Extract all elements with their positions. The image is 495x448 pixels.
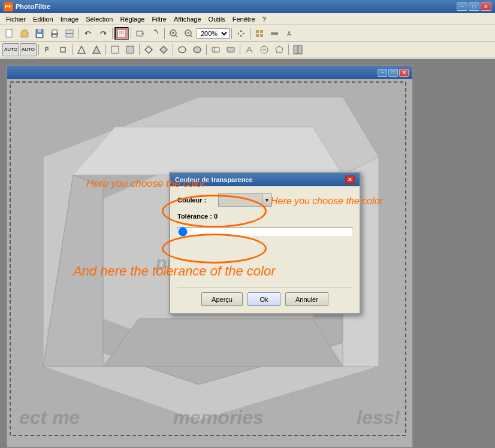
color-selector[interactable]: ▼ xyxy=(218,193,272,207)
svg-point-45 xyxy=(194,47,201,53)
menu-edition[interactable]: Edition xyxy=(29,14,57,24)
tool-b1[interactable] xyxy=(41,43,55,56)
menu-filtre[interactable]: Filtre xyxy=(148,14,170,24)
sep13 xyxy=(240,44,240,55)
dialog-title-bar: Couleur de transparence ✕ xyxy=(170,173,360,186)
tolerance-label: Tolérance : 0 xyxy=(177,213,352,220)
dialog-close-button[interactable]: ✕ xyxy=(345,175,355,184)
app-icon: PF xyxy=(4,2,13,11)
dialog-empty-area: Here you choose the color xyxy=(177,234,352,282)
svg-marker-43 xyxy=(160,46,167,53)
inner-title-bar: ─ □ ✕ xyxy=(7,66,412,79)
save-button[interactable] xyxy=(32,27,47,40)
more-tools1[interactable] xyxy=(252,27,267,40)
svg-marker-40 xyxy=(111,46,119,53)
pan-button[interactable] xyxy=(234,27,248,40)
menu-selection[interactable]: Sélection xyxy=(82,14,116,24)
svg-rect-34 xyxy=(256,34,259,37)
menu-affichage[interactable]: Affichage xyxy=(170,14,205,24)
open-button[interactable] xyxy=(17,27,32,40)
menu-reglage[interactable]: Réglage xyxy=(117,14,149,24)
tool-diamond2[interactable] xyxy=(156,43,171,56)
svg-rect-32 xyxy=(256,30,259,33)
tolerance-slider[interactable] xyxy=(178,228,352,236)
ok-button[interactable]: Ok xyxy=(248,292,280,306)
new-button[interactable] xyxy=(2,27,17,40)
svg-point-44 xyxy=(179,47,186,53)
inner-maximize[interactable]: □ xyxy=(388,69,398,77)
sep6 xyxy=(250,28,250,39)
sep10 xyxy=(139,44,140,55)
sep2 xyxy=(112,28,113,39)
dialog-title-text: Couleur de transparence xyxy=(175,176,253,183)
svg-rect-33 xyxy=(260,30,263,33)
close-button[interactable]: ✕ xyxy=(481,2,491,11)
tool-g2[interactable] xyxy=(257,43,271,56)
svg-rect-14 xyxy=(119,34,122,36)
transparency-button[interactable] xyxy=(114,27,129,40)
tool-e1[interactable] xyxy=(175,43,189,56)
sep11 xyxy=(173,44,173,55)
menu-help[interactable]: ? xyxy=(259,14,270,24)
inner-close[interactable]: ✕ xyxy=(399,69,409,77)
tool-diamond[interactable] xyxy=(141,43,156,56)
tool-c2[interactable] xyxy=(89,43,104,56)
window-controls: ─ □ ✕ xyxy=(457,2,491,11)
tool-e2[interactable] xyxy=(190,43,204,56)
tool-g1[interactable] xyxy=(242,43,256,56)
svg-marker-42 xyxy=(145,46,152,53)
sep8 xyxy=(72,44,73,55)
rotate-button[interactable] xyxy=(148,27,162,40)
svg-rect-3 xyxy=(37,34,42,37)
tool-g3[interactable] xyxy=(272,43,286,56)
tool-auto2[interactable]: AUTO xyxy=(20,43,37,56)
more-tools2[interactable] xyxy=(267,27,282,40)
svg-text:A: A xyxy=(287,31,291,37)
title-bar: PF PhotoFiltre ─ □ ✕ xyxy=(0,0,495,13)
menu-image[interactable]: Image xyxy=(57,14,83,24)
tolerance-section: Tolérance : 0 xyxy=(177,213,352,234)
color-preview xyxy=(219,194,262,206)
resize-button[interactable] xyxy=(133,27,147,40)
svg-marker-39 xyxy=(93,46,100,53)
annuler-button[interactable]: Annuler xyxy=(285,292,328,306)
minimize-button[interactable]: ─ xyxy=(457,2,467,11)
undo-button[interactable] xyxy=(81,27,95,40)
scan-button[interactable] xyxy=(62,27,77,40)
print-button[interactable] xyxy=(47,27,62,40)
color-dropdown-button[interactable]: ▼ xyxy=(262,194,271,206)
tool-h1[interactable] xyxy=(291,43,305,56)
inner-minimize[interactable]: ─ xyxy=(378,69,387,77)
tolerance-slider-container xyxy=(177,222,352,234)
zoom-in-button[interactable] xyxy=(167,27,181,40)
canvas-background[interactable]: photobucket ect me memories less! Couleu… xyxy=(7,79,412,447)
svg-marker-41 xyxy=(126,46,134,53)
sep1 xyxy=(79,28,79,39)
maximize-button[interactable]: □ xyxy=(469,2,479,11)
apercu-button[interactable]: Aperçu xyxy=(201,292,243,306)
tool-d2[interactable] xyxy=(123,43,137,56)
menu-outils[interactable]: Outils xyxy=(205,14,229,24)
menu-fichier[interactable]: Fichier xyxy=(2,14,29,24)
tool-c1[interactable] xyxy=(74,43,89,56)
svg-rect-35 xyxy=(260,34,263,37)
menu-fenetre[interactable]: Fenêtre xyxy=(229,14,259,24)
tool-auto1[interactable]: AUTO xyxy=(2,43,19,56)
tool-f1[interactable] xyxy=(209,43,223,56)
svg-rect-36 xyxy=(271,32,278,35)
more-tools3[interactable]: A xyxy=(282,27,297,40)
tool-f2[interactable] xyxy=(224,43,238,56)
canvas-area: ─ □ ✕ xyxy=(0,59,495,448)
zoom-out-button[interactable] xyxy=(182,27,196,40)
zoom-selector[interactable]: 200%100%50%25% xyxy=(197,28,230,39)
svg-marker-30 xyxy=(237,32,239,35)
inner-window-controls: ─ □ ✕ xyxy=(378,69,409,77)
slider-track xyxy=(177,227,352,229)
tool-d1[interactable] xyxy=(108,43,122,56)
tool-b2[interactable] xyxy=(56,43,70,56)
sep5 xyxy=(231,28,232,39)
svg-line-26 xyxy=(191,35,192,37)
svg-rect-13 xyxy=(122,34,124,36)
svg-rect-6 xyxy=(52,35,57,37)
redo-button[interactable] xyxy=(96,27,110,40)
